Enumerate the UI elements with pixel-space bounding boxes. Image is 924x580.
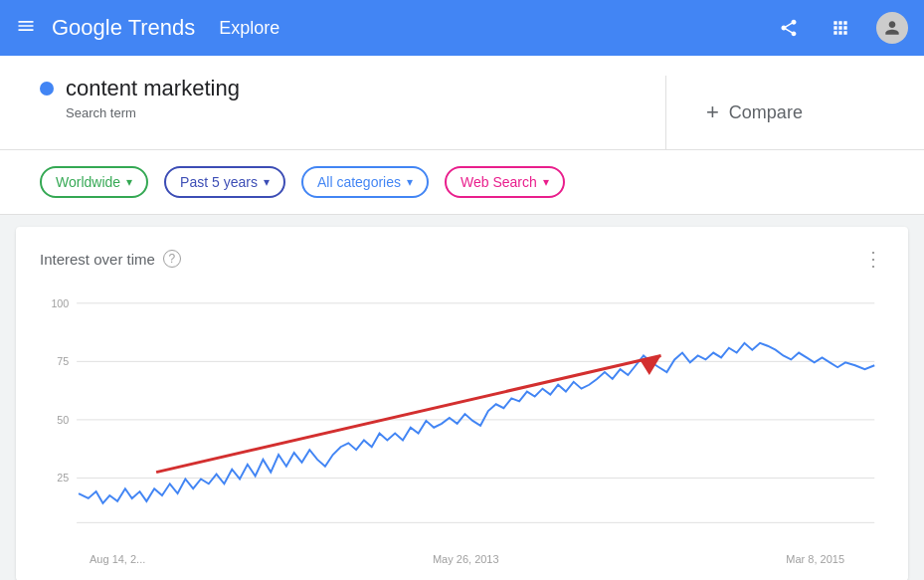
- past5years-chevron: ▾: [264, 175, 270, 189]
- logo-text: Google Trends: [52, 15, 195, 41]
- svg-text:75: 75: [57, 355, 69, 367]
- svg-line-9: [156, 355, 660, 472]
- worldwide-label: Worldwide: [56, 174, 120, 190]
- share-icon[interactable]: [773, 12, 805, 44]
- search-term-main: content marketing: [40, 76, 665, 101]
- search-term-sublabel: Search term: [66, 105, 665, 120]
- menu-icon[interactable]: [16, 16, 36, 41]
- explore-label: Explore: [219, 18, 279, 39]
- websearch-label: Web Search: [461, 174, 537, 190]
- allcategories-label: All categories: [317, 174, 401, 190]
- more-options-icon[interactable]: ⋮: [863, 247, 884, 271]
- websearch-chevron: ▾: [543, 175, 549, 189]
- chart-title: Interest over time: [40, 251, 155, 268]
- search-term-name: content marketing: [66, 76, 240, 101]
- x-axis-labels: Aug 14, 2... May 26, 2013 Mar 8, 2015: [40, 549, 884, 565]
- header-actions: [773, 12, 908, 44]
- x-label-2: May 26, 2013: [433, 553, 499, 565]
- filters-section: Worldwide ▾ Past 5 years ▾ All categorie…: [0, 150, 924, 215]
- app-header: Google Trends Explore: [0, 0, 924, 56]
- past5years-label: Past 5 years: [180, 174, 258, 190]
- search-term-area: content marketing Search term: [40, 76, 665, 140]
- chart-header: Interest over time ? ⋮: [40, 247, 884, 271]
- compare-label: Compare: [729, 102, 803, 123]
- svg-text:100: 100: [51, 297, 69, 309]
- help-icon[interactable]: ?: [163, 250, 181, 268]
- interest-chart: 100 75 50 25: [40, 287, 884, 545]
- compare-plus-icon: +: [706, 99, 719, 125]
- x-label-3: Mar 8, 2015: [786, 553, 844, 565]
- allcategories-chevron: ▾: [407, 175, 413, 189]
- search-dot: [40, 82, 54, 96]
- past5years-filter[interactable]: Past 5 years ▾: [164, 166, 285, 198]
- compare-section[interactable]: + Compare: [665, 76, 884, 149]
- google-trends-logo: Google Trends: [52, 15, 195, 41]
- apps-icon[interactable]: [825, 12, 856, 44]
- search-section: content marketing Search term + Compare: [0, 56, 924, 150]
- x-label-1: Aug 14, 2...: [90, 553, 145, 565]
- worldwide-filter[interactable]: Worldwide ▾: [40, 166, 148, 198]
- chart-container: 100 75 50 25: [40, 287, 884, 549]
- worldwide-chevron: ▾: [126, 175, 132, 189]
- websearch-filter[interactable]: Web Search ▾: [445, 166, 565, 198]
- allcategories-filter[interactable]: All categories ▾: [301, 166, 429, 198]
- chart-section: Interest over time ? ⋮ 100 75 50 25: [16, 227, 908, 580]
- account-avatar[interactable]: [876, 12, 908, 44]
- svg-text:25: 25: [57, 472, 69, 483]
- svg-text:50: 50: [57, 414, 69, 426]
